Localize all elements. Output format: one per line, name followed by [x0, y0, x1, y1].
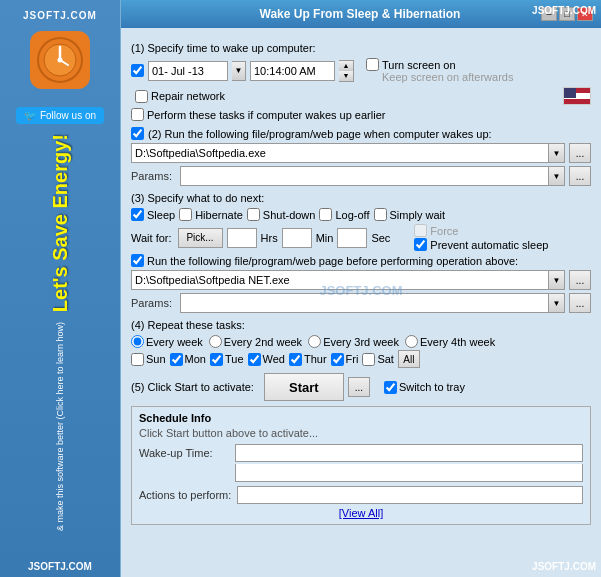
sleep-checkbox[interactable] [131, 208, 144, 221]
flag-container [563, 87, 591, 105]
sec-label: Sec [371, 232, 390, 244]
actions-field[interactable] [237, 486, 583, 504]
every-4th-option[interactable]: Every 4th week [405, 335, 495, 348]
force-prevent-group: Force Prevent automatic sleep [414, 224, 548, 251]
section1-row1: 01- Jul -13 ▼ 10:14:00 AM ▲ ▼ Turn scree… [131, 58, 591, 105]
switch-to-tray-label: Switch to tray [399, 381, 465, 393]
section2-path-field[interactable]: D:\Softpedia\Softpedia.exe [131, 143, 549, 163]
sun-label: Sun [146, 353, 166, 365]
time-spinner[interactable]: ▲ ▼ [339, 60, 354, 82]
switch-to-tray-option[interactable]: Switch to tray [384, 381, 465, 394]
shutdown-option: Shut-down [247, 208, 316, 221]
simply-wait-option: Simply wait [374, 208, 446, 221]
turn-screen-checkbox[interactable] [366, 58, 379, 71]
hrs-field[interactable] [227, 228, 257, 248]
section3-path2-arrow[interactable]: ▼ [549, 270, 565, 290]
section2-checkbox[interactable] [131, 127, 144, 140]
perform-tasks-checkbox[interactable] [131, 108, 144, 121]
schedule-hint: Click Start button above to activate... [139, 427, 583, 439]
wakeup-time-label: Wake-up Time: [139, 447, 229, 459]
mon-option[interactable]: Mon [170, 353, 206, 366]
date-dropdown-arrow[interactable]: ▼ [232, 61, 246, 81]
shutdown-checkbox[interactable] [247, 208, 260, 221]
run-before-row: Run the following file/program/web page … [131, 254, 591, 267]
time-down-button[interactable]: ▼ [339, 71, 353, 81]
every-3rd-radio[interactable] [308, 335, 321, 348]
logoff-option: Log-off [319, 208, 369, 221]
repair-checkbox[interactable] [135, 90, 148, 103]
section5-row: (5) Click Start to activate: Start ... S… [131, 373, 591, 401]
section3-params2-browse-button[interactable]: ... [569, 293, 591, 313]
section3-browse-button[interactable]: ... [569, 270, 591, 290]
thur-checkbox[interactable] [289, 353, 302, 366]
every-3rd-option[interactable]: Every 3rd week [308, 335, 399, 348]
hibernate-checkbox[interactable] [179, 208, 192, 221]
sat-checkbox[interactable] [362, 353, 375, 366]
wakeup-time-field2[interactable] [235, 464, 583, 482]
wakeup-time-field[interactable] [235, 444, 583, 462]
date-arrow[interactable]: ▼ [232, 61, 246, 81]
simply-wait-checkbox[interactable] [374, 208, 387, 221]
fri-checkbox[interactable] [331, 353, 344, 366]
section2-params-browse-button[interactable]: ... [569, 166, 591, 186]
section3-options-row: Sleep Hibernate Shut-down Log-off Simply… [131, 208, 591, 221]
sat-option[interactable]: Sat [362, 353, 394, 366]
section3-params2-field[interactable] [180, 293, 549, 313]
time-up-button[interactable]: ▲ [339, 61, 353, 71]
save-energy-text[interactable]: Let's Save Energy! [49, 124, 71, 312]
section3-params2-arrow[interactable]: ▼ [549, 293, 565, 313]
every-week-radio[interactable] [131, 335, 144, 348]
mon-checkbox[interactable] [170, 353, 183, 366]
wed-checkbox[interactable] [248, 353, 261, 366]
switch-to-tray-checkbox[interactable] [384, 381, 397, 394]
section5-label: (5) Click Start to activate: [131, 381, 254, 393]
wakeup-time-row: Wake-up Time: [139, 444, 583, 462]
repair-group: Repair network [135, 90, 225, 103]
force-label: Force [430, 225, 458, 237]
section2-params-field[interactable] [180, 166, 549, 186]
section3-path2-wrapper: D:\Softpedia\Softpedia NET.exe ▼ [131, 270, 565, 290]
fri-option[interactable]: Fri [331, 353, 359, 366]
view-all-link[interactable]: [View All] [339, 507, 383, 519]
shutdown-label: Shut-down [263, 209, 316, 221]
logoff-checkbox[interactable] [319, 208, 332, 221]
min-field[interactable] [282, 228, 312, 248]
left-sidebar: JSOFTJ.COM 🐦 Follow us on Let's Save Ene… [0, 0, 120, 577]
run-before-checkbox[interactable] [131, 254, 144, 267]
every-2nd-radio[interactable] [209, 335, 222, 348]
date-field[interactable]: 01- Jul -13 [148, 61, 228, 81]
tue-checkbox[interactable] [210, 353, 223, 366]
force-checkbox[interactable] [414, 224, 427, 237]
pick-button[interactable]: Pick... [178, 228, 223, 248]
perform-tasks-row: Perform these tasks if computer wakes up… [131, 108, 591, 121]
time-field[interactable]: 10:14:00 AM [250, 61, 335, 81]
start-button[interactable]: Start [264, 373, 344, 401]
prevent-label: Prevent automatic sleep [430, 239, 548, 251]
sun-checkbox[interactable] [131, 353, 144, 366]
every-week-option[interactable]: Every week [131, 335, 203, 348]
date-checkbox[interactable] [131, 64, 144, 77]
section3-params2-wrapper: ▼ [180, 293, 565, 313]
app-logo [30, 31, 90, 89]
section2-params-arrow[interactable]: ▼ [549, 166, 565, 186]
sun-option[interactable]: Sun [131, 353, 166, 366]
every-4th-radio[interactable] [405, 335, 418, 348]
wed-option[interactable]: Wed [248, 353, 285, 366]
logo-top: JSOFTJ.COM [23, 10, 97, 21]
prevent-checkbox[interactable] [414, 238, 427, 251]
thur-label: Thur [304, 353, 327, 365]
tue-option[interactable]: Tue [210, 353, 244, 366]
save-sub-text[interactable]: & make this software better (Click here … [55, 312, 65, 531]
follow-button[interactable]: 🐦 Follow us on [16, 107, 104, 124]
section2-browse-button[interactable]: ... [569, 143, 591, 163]
every-2nd-option[interactable]: Every 2nd week [209, 335, 302, 348]
section5-dots-button[interactable]: ... [348, 377, 370, 397]
section4-days-row: Sun Mon Tue Wed Thur Fri [131, 350, 591, 368]
sec-field[interactable] [337, 228, 367, 248]
all-button[interactable]: All [398, 350, 420, 368]
thur-option[interactable]: Thur [289, 353, 327, 366]
section3-path2-row: D:\Softpedia\Softpedia NET.exe ▼ ... [131, 270, 591, 290]
repair-label: Repair network [151, 90, 225, 102]
section2-dropdown-arrow[interactable]: ▼ [549, 143, 565, 163]
section3-path2-field[interactable]: D:\Softpedia\Softpedia NET.exe [131, 270, 549, 290]
